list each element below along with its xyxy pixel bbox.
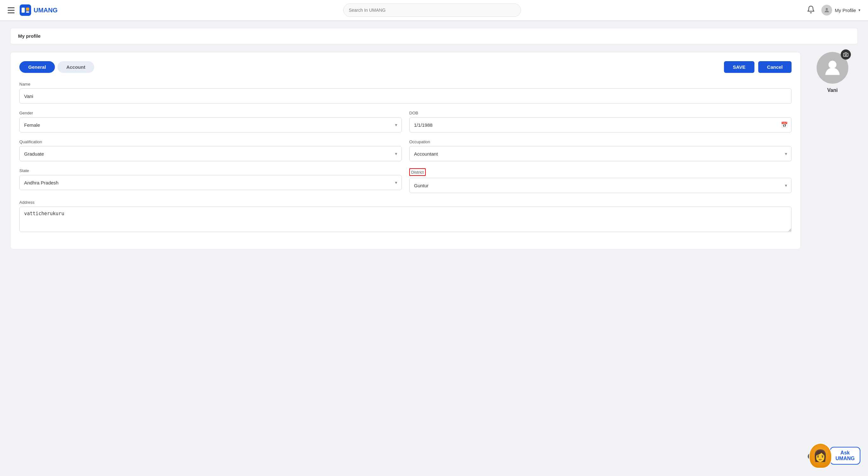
svg-rect-2 xyxy=(26,8,29,11)
avatar-container xyxy=(816,52,848,84)
umang-logo-icon xyxy=(20,4,31,16)
sidebar-username: Vani xyxy=(827,88,838,93)
tabs: General Account xyxy=(19,61,94,73)
state-label: State xyxy=(19,168,402,173)
profile-section[interactable]: My Profile ▾ xyxy=(822,5,860,15)
actions: SAVE Cancel xyxy=(724,61,792,73)
tabs-actions-row: General Account SAVE Cancel xyxy=(19,61,792,73)
district-field-group: District Guntur Vijayawada Visakhapatnam… xyxy=(409,168,792,193)
ask-umang-character: 👩 xyxy=(809,443,832,468)
occupation-field-group: Occupation Accountant Engineer Doctor Te… xyxy=(409,139,792,161)
svg-rect-3 xyxy=(26,11,29,13)
dob-input[interactable] xyxy=(409,117,792,133)
ask-umang-container: − 👩 Ask UMANG xyxy=(809,443,860,468)
logo-text: UMANG xyxy=(34,7,58,14)
profile-layout: General Account SAVE Cancel Name Gender xyxy=(10,52,858,249)
address-field-group: Address vatticherukuru xyxy=(19,200,792,233)
header-left: UMANG xyxy=(8,4,58,16)
svg-point-6 xyxy=(845,54,846,56)
my-profile-label: My Profile xyxy=(835,8,856,13)
form-card: General Account SAVE Cancel Name Gender xyxy=(10,52,801,249)
tab-account[interactable]: Account xyxy=(57,61,94,73)
svg-rect-1 xyxy=(22,8,25,13)
search-input-wrap xyxy=(343,3,521,17)
qualification-field-group: Qualification Graduate Post Graduate Und… xyxy=(19,139,402,161)
qualification-select-wrap: Graduate Post Graduate Undergraduate xyxy=(19,146,402,161)
main-content: My profile General Account SAVE Cancel N… xyxy=(0,20,868,257)
gender-dob-row: Gender Female Male Other DOB 📅 xyxy=(19,111,792,133)
gender-field-group: Gender Female Male Other xyxy=(19,111,402,133)
header-right: My Profile ▾ xyxy=(807,5,860,15)
address-label: Address xyxy=(19,200,792,205)
name-input[interactable] xyxy=(19,89,792,104)
district-select-wrap: Guntur Vijayawada Visakhapatnam Tirupati xyxy=(409,178,792,193)
dob-field-group: DOB 📅 xyxy=(409,111,792,133)
notification-icon[interactable] xyxy=(807,5,815,15)
chevron-down-icon: ▾ xyxy=(859,8,860,12)
search-container xyxy=(58,3,807,17)
state-select[interactable]: Andhra Pradesh Maharashtra Karnataka Tam… xyxy=(19,175,402,190)
page-title: My profile xyxy=(18,33,41,39)
ask-umang-widget: − 👩 Ask UMANG xyxy=(809,443,860,468)
district-select[interactable]: Guntur Vijayawada Visakhapatnam Tirupati xyxy=(409,178,792,193)
svg-point-5 xyxy=(829,61,837,69)
svg-point-4 xyxy=(826,8,828,10)
camera-icon[interactable] xyxy=(841,49,851,60)
dob-label: DOB xyxy=(409,111,792,115)
occupation-select[interactable]: Accountant Engineer Doctor Teacher xyxy=(409,146,792,161)
district-label: District xyxy=(411,170,424,175)
hamburger-menu-icon[interactable] xyxy=(8,7,14,13)
ask-label-line2: UMANG xyxy=(836,456,855,462)
header-avatar-icon xyxy=(822,5,832,15)
qualification-occupation-row: Qualification Graduate Post Graduate Und… xyxy=(19,139,792,161)
gender-select-wrap: Female Male Other xyxy=(19,117,402,133)
district-label-highlight: District xyxy=(409,168,426,176)
address-input[interactable]: vatticherukuru xyxy=(19,207,792,232)
gender-select[interactable]: Female Male Other xyxy=(19,117,402,133)
svg-rect-0 xyxy=(20,4,31,16)
tab-general[interactable]: General xyxy=(19,61,55,73)
name-label: Name xyxy=(19,82,792,87)
state-field-group: State Andhra Pradesh Maharashtra Karnata… xyxy=(19,168,402,193)
qualification-label: Qualification xyxy=(19,139,402,144)
cancel-button[interactable]: Cancel xyxy=(758,61,792,73)
name-field-group: Name xyxy=(19,82,792,104)
dob-input-wrap: 📅 xyxy=(409,117,792,133)
ask-label-line1: Ask xyxy=(840,450,849,456)
qualification-select[interactable]: Graduate Post Graduate Undergraduate xyxy=(19,146,402,161)
header: UMANG My Profile ▾ xyxy=(0,0,868,20)
state-district-row: State Andhra Pradesh Maharashtra Karnata… xyxy=(19,168,792,193)
state-select-wrap: Andhra Pradesh Maharashtra Karnataka Tam… xyxy=(19,175,402,190)
profile-sidebar: Vani xyxy=(807,52,858,93)
logo-container: UMANG xyxy=(20,4,58,16)
occupation-label: Occupation xyxy=(409,139,792,144)
occupation-select-wrap: Accountant Engineer Doctor Teacher xyxy=(409,146,792,161)
save-button[interactable]: SAVE xyxy=(724,61,754,73)
page-title-bar: My profile xyxy=(10,28,858,44)
ask-umang-bubble[interactable]: Ask UMANG xyxy=(830,447,860,465)
gender-label: Gender xyxy=(19,111,402,115)
search-input[interactable] xyxy=(343,3,521,17)
